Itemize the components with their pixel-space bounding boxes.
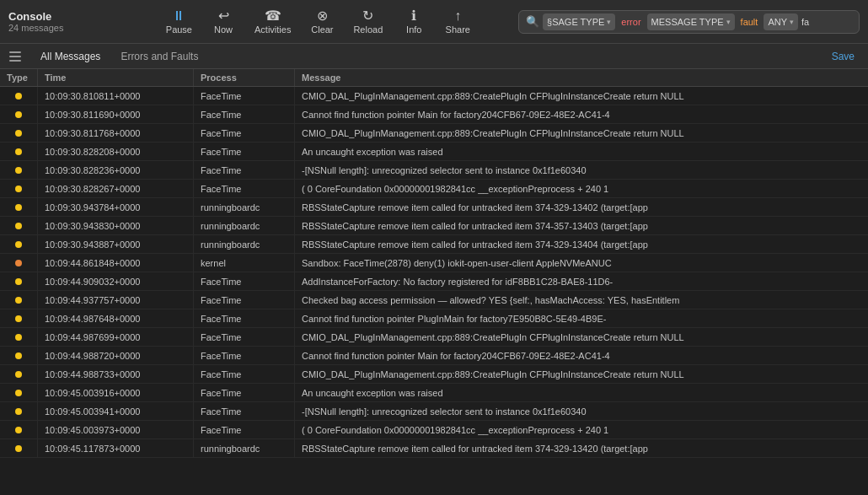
table-header: Type Time Process Message: [0, 69, 868, 87]
row-process: FaceTime: [194, 291, 295, 309]
row-type: [0, 87, 38, 105]
type-dot: [15, 111, 22, 118]
row-process: FaceTime: [194, 124, 295, 142]
table-row[interactable]: 10:09:30.811690+0000 FaceTime Cannot fin…: [0, 105, 868, 124]
row-process: FaceTime: [194, 143, 295, 160]
table-row[interactable]: 10:09:30.943830+0000 runningboardc RBSSt…: [0, 217, 868, 235]
row-message: AddInstanceForFactory: No factory regist…: [295, 272, 868, 290]
row-time: 10:09:44.988720+0000: [38, 347, 194, 364]
row-type: [0, 365, 38, 383]
table-row[interactable]: 10:09:30.811768+0000 FaceTime CMIO_DAL_P…: [0, 124, 868, 143]
share-button[interactable]: ↑ Share: [437, 4, 479, 40]
type-dot: [15, 427, 22, 433]
table-row[interactable]: 10:09:30.943887+0000 runningboardc RBSSt…: [0, 235, 868, 254]
now-icon: ↩: [218, 9, 229, 23]
tab-errors-faults[interactable]: Errors and Faults: [110, 46, 208, 67]
title-section: Console 24 messages: [8, 10, 101, 33]
row-process: FaceTime: [194, 272, 295, 290]
reload-label: Reload: [353, 24, 383, 35]
search-bar: 🔍 §SAGE TYPE ▾ error MESSAGE TYPE ▾ faul…: [518, 10, 860, 34]
row-time: 10:09:30.943830+0000: [38, 217, 194, 234]
reload-icon: ↻: [362, 9, 373, 23]
search-input[interactable]: [801, 17, 852, 27]
type-dot: [15, 315, 22, 322]
row-message: Sandbox: FaceTime(2878) deny(1) iokit-op…: [295, 254, 868, 272]
now-button[interactable]: ↩ Now: [202, 4, 244, 40]
row-message: ( 0 CoreFoundation 0x00000001982841cc __…: [295, 180, 868, 197]
col-time: Time: [38, 69, 194, 86]
table-row[interactable]: 10:09:45.003973+0000 FaceTime ( 0 CoreFo…: [0, 421, 868, 439]
filter2-label: MESSAGE TYPE: [651, 17, 724, 27]
row-process: FaceTime: [194, 421, 295, 439]
clear-button[interactable]: ⊗ Clear: [301, 4, 343, 40]
reload-button[interactable]: ↻ Reload: [345, 4, 391, 40]
table-body: 10:09:30.810811+0000 FaceTime CMIO_DAL_P…: [0, 87, 868, 458]
row-type: [0, 439, 38, 457]
row-message: RBSStateCapture remove item called for u…: [295, 235, 868, 253]
row-process: FaceTime: [194, 402, 295, 420]
activities-icon: ☎: [265, 9, 281, 23]
type-dot: [15, 93, 22, 100]
table-row[interactable]: 10:09:44.987699+0000 FaceTime CMIO_DAL_P…: [0, 328, 868, 347]
table-row[interactable]: 10:09:44.988733+0000 FaceTime CMIO_DAL_P…: [0, 365, 868, 384]
any-filter[interactable]: ANY ▾: [764, 13, 798, 30]
table-row[interactable]: 10:09:30.828208+0000 FaceTime An uncaugh…: [0, 143, 868, 161]
pause-icon: ⏸: [172, 9, 185, 23]
info-button[interactable]: ℹ Info: [393, 4, 435, 40]
table-row[interactable]: 10:09:44.909032+0000 FaceTime AddInstanc…: [0, 272, 868, 291]
svg-rect-1: [9, 56, 21, 57]
row-time: 10:09:30.943887+0000: [38, 235, 194, 253]
row-message: CMIO_DAL_PlugInManagement.cpp:889:Create…: [295, 87, 868, 105]
table-row[interactable]: 10:09:45.117873+0000 runningboardc RBSSt…: [0, 439, 868, 458]
message-type-filter-2[interactable]: MESSAGE TYPE ▾: [647, 13, 735, 30]
clear-icon: ⊗: [317, 9, 328, 23]
table-row[interactable]: 10:09:45.003916+0000 FaceTime An uncaugh…: [0, 384, 868, 402]
type-dot: [15, 278, 22, 285]
info-label: Info: [406, 24, 421, 35]
row-time: 10:09:30.828208+0000: [38, 143, 194, 160]
row-message: An uncaught exception was raised: [295, 143, 868, 160]
row-type: [0, 180, 38, 197]
row-message: An uncaught exception was raised: [295, 384, 868, 401]
table-row[interactable]: 10:09:30.943784+0000 runningboardc RBSSt…: [0, 198, 868, 217]
message-count: 24 messages: [8, 23, 101, 33]
row-type: [0, 254, 38, 272]
type-dot: [15, 148, 22, 155]
type-dot: [15, 186, 22, 192]
type-dot: [15, 223, 22, 229]
table-row[interactable]: 10:09:44.988720+0000 FaceTime Cannot fin…: [0, 347, 868, 365]
type-dot: [15, 241, 22, 248]
row-process: runningboardc: [194, 198, 295, 216]
chevron-down-icon-2: ▾: [726, 18, 731, 26]
table-row[interactable]: 10:09:30.810811+0000 FaceTime CMIO_DAL_P…: [0, 87, 868, 105]
type-dot: [15, 204, 22, 211]
type-dot: [15, 352, 22, 359]
sidebar-toggle-button[interactable]: [7, 48, 24, 65]
table-row[interactable]: 10:09:30.828267+0000 FaceTime ( 0 CoreFo…: [0, 180, 868, 198]
type-dot: [15, 297, 22, 304]
message-type-filter-1[interactable]: §SAGE TYPE ▾: [543, 13, 615, 30]
row-type: [0, 384, 38, 401]
row-process: FaceTime: [194, 87, 295, 105]
log-table: Type Time Process Message 10:09:30.81081…: [0, 69, 868, 495]
chevron-down-icon: ▾: [607, 18, 611, 26]
activities-button[interactable]: ☎ Activities: [246, 4, 299, 40]
table-row[interactable]: 10:09:45.003941+0000 FaceTime -[NSNull l…: [0, 402, 868, 421]
table-row[interactable]: 10:09:44.937757+0000 FaceTime Checked ba…: [0, 291, 868, 309]
row-time: 10:09:30.810811+0000: [38, 87, 194, 105]
table-row[interactable]: 10:09:30.828236+0000 FaceTime -[NSNull l…: [0, 161, 868, 180]
save-button[interactable]: Save: [825, 47, 861, 66]
row-type: [0, 421, 38, 439]
activities-label: Activities: [255, 24, 291, 35]
row-process: FaceTime: [194, 105, 295, 123]
table-row[interactable]: 10:09:44.86184​8+0000 kernel Sandbox: Fa…: [0, 254, 868, 272]
tab-all-messages[interactable]: All Messages: [30, 46, 110, 67]
row-process: FaceTime: [194, 347, 295, 364]
now-label: Now: [214, 24, 233, 35]
nav-bar: All Messages Errors and Faults Save: [0, 44, 868, 69]
col-process: Process: [194, 69, 295, 86]
row-process: FaceTime: [194, 384, 295, 401]
pause-button[interactable]: ⏸ Pause: [158, 4, 201, 40]
row-type: [0, 309, 38, 327]
table-row[interactable]: 10:09:44.987648+0000 FaceTime Cannot fin…: [0, 309, 868, 328]
